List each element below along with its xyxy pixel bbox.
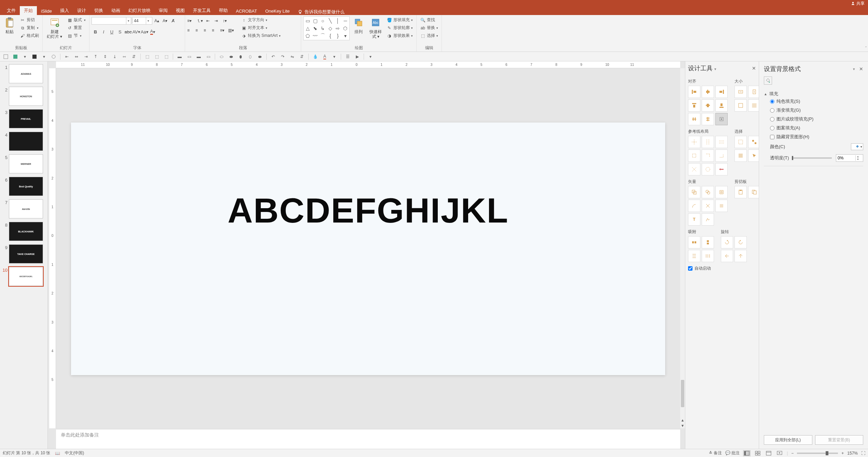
next-slide-button[interactable]: ▼ xyxy=(681,424,685,428)
tab-onekey[interactable]: OneKey Lite xyxy=(261,7,294,15)
ruler-horizontal[interactable]: 11 10 9 8 7 6 5 4 3 2 1 0 1 2 3 4 5 6 7 … xyxy=(56,61,680,68)
shape-curve-icon[interactable]: 〰 xyxy=(312,32,319,39)
shadow-button[interactable]: S xyxy=(116,28,124,35)
normal-view-button[interactable] xyxy=(743,450,751,456)
qat-merge-intersect[interactable]: ⬯ xyxy=(247,53,254,60)
select-btn-3[interactable] xyxy=(734,149,747,162)
slide-text-content[interactable]: ABCDEFGHIJKL xyxy=(227,191,508,231)
fill-section-toggle[interactable]: ▲填充 xyxy=(764,91,863,97)
tab-islide[interactable]: iSlide xyxy=(37,7,56,15)
size-btn-4[interactable] xyxy=(748,99,759,112)
tab-design[interactable]: 设计 xyxy=(73,6,90,15)
qat-btn-4[interactable] xyxy=(31,53,38,60)
tab-view[interactable]: 视图 xyxy=(172,6,189,15)
align-btn-2[interactable] xyxy=(702,86,714,98)
shape-rect-icon[interactable]: ▭ xyxy=(304,17,311,24)
select-btn-4[interactable] xyxy=(748,149,759,162)
thumb-10[interactable]: 10ABCDEFGHIJKL xyxy=(1,267,46,286)
shape-diamond-icon[interactable]: ◇ xyxy=(327,25,334,32)
tab-acrobat[interactable]: ACROBAT xyxy=(232,7,261,15)
align-btn-9[interactable] xyxy=(715,113,728,125)
share-button[interactable]: 共享 xyxy=(851,1,865,6)
guide-btn-1[interactable] xyxy=(688,136,700,148)
select-btn-2[interactable] xyxy=(748,136,759,148)
fill-color-picker[interactable]: ▾ xyxy=(851,143,863,150)
clip-btn-1[interactable] xyxy=(734,186,747,198)
layout-button[interactable]: ▦版式▾ xyxy=(66,16,87,24)
thumb-7[interactable]: 7Aarella xyxy=(1,199,46,218)
zoom-out-button[interactable]: − xyxy=(791,451,794,456)
shape-line2-icon[interactable]: │ xyxy=(334,17,341,24)
underline-button[interactable]: U xyxy=(108,28,115,35)
grow-font-button[interactable]: A▴ xyxy=(153,18,160,23)
absorb-btn-4[interactable] xyxy=(702,250,714,262)
language-indicator[interactable]: 中文(中国) xyxy=(65,450,84,456)
hide-bg-checkbox[interactable]: 隐藏背景图形(H) xyxy=(764,132,863,141)
new-slide-button[interactable]: 新建幻灯片 ▾ xyxy=(45,16,64,40)
qat-btn-5[interactable]: ▾ xyxy=(40,53,48,60)
guide-btn-4[interactable] xyxy=(688,149,700,162)
tab-home[interactable]: 开始 xyxy=(20,6,37,15)
align-btn-1[interactable] xyxy=(688,86,700,98)
tab-animations[interactable]: 动画 xyxy=(107,6,124,15)
align-btn-3[interactable] xyxy=(715,86,728,98)
rotate-btn-1[interactable] xyxy=(721,236,733,248)
chevron-down-icon[interactable]: ▾ xyxy=(853,67,855,71)
font-size-combo[interactable]: 44▾ xyxy=(132,17,152,25)
qat-align-left[interactable]: ⇤ xyxy=(63,53,71,60)
font-name-combo[interactable]: ▾ xyxy=(92,17,131,25)
align-right-button[interactable]: ≡ xyxy=(204,28,211,33)
shapes-gallery[interactable]: ▭▢○╲│─ △⬊↳◇⇨⬡ ⬠〰⌒{}▾ xyxy=(303,16,350,40)
decrease-indent-button[interactable]: ⇤ xyxy=(206,18,214,23)
tab-review[interactable]: 审阅 xyxy=(155,6,172,15)
shape-outline-button[interactable]: ✎形状轮廓▾ xyxy=(385,24,414,31)
size-btn-3[interactable] xyxy=(734,99,747,112)
qat-merge-subtract[interactable]: ⬬ xyxy=(256,53,264,60)
find-button[interactable]: 🔍查找 xyxy=(419,16,439,24)
qat-distribute-h[interactable]: ⇿ xyxy=(121,53,128,60)
shape-line3-icon[interactable]: ─ xyxy=(342,17,349,24)
shrink-font-button[interactable]: A▾ xyxy=(161,18,169,23)
italic-button[interactable]: I xyxy=(100,28,107,35)
align-btn-4[interactable] xyxy=(688,99,700,112)
paste-button[interactable]: 粘贴 xyxy=(2,16,17,35)
shape-effects-button[interactable]: ◑形状效果▾ xyxy=(385,32,414,39)
thumb-5[interactable]: 5MERNER xyxy=(1,154,46,173)
quick-styles-button[interactable]: Abc 快速样式 ▾ xyxy=(367,16,384,40)
bullets-button[interactable]: ≡▾ xyxy=(187,18,196,23)
zoom-in-button[interactable]: + xyxy=(841,451,844,456)
tab-slideshow[interactable]: 幻灯片放映 xyxy=(124,6,155,15)
shape-arrow-icon[interactable]: ⬊ xyxy=(312,25,319,32)
shape-arrow2-icon[interactable]: ⇨ xyxy=(334,25,341,32)
slideshow-view-button[interactable] xyxy=(776,450,783,456)
guide-btn-3[interactable] xyxy=(715,136,728,148)
reset-button[interactable]: ↺重置 xyxy=(66,24,87,31)
chevron-down-icon[interactable]: ▾ xyxy=(714,67,716,71)
reading-view-button[interactable] xyxy=(765,450,772,456)
qat-merge-union[interactable]: ⬭ xyxy=(218,53,225,60)
qat-flip-h[interactable]: ⇋ xyxy=(289,53,296,60)
qat-align-right[interactable]: ⇥ xyxy=(82,53,90,60)
thumb-8[interactable]: 8BLACKHAWK xyxy=(1,222,46,241)
notes-pane[interactable]: 单击此处添加备注 xyxy=(56,429,680,449)
picture-fill-radio[interactable]: 图片或纹理填充(P) xyxy=(764,115,863,124)
char-spacing-button[interactable]: AV▾ xyxy=(132,28,140,35)
qat-btn-2[interactable] xyxy=(12,53,19,60)
rotate-btn-3[interactable] xyxy=(721,250,733,262)
tab-file[interactable]: 文件 xyxy=(3,6,20,15)
spell-check-icon[interactable]: 📖 xyxy=(55,451,60,456)
qat-send-back[interactable]: ▭ xyxy=(185,53,193,60)
qat-animation-pane[interactable]: ▶ xyxy=(353,53,361,60)
guide-btn-9[interactable] xyxy=(715,163,728,175)
qat-eyedropper[interactable]: 💧 xyxy=(311,53,319,60)
thumb-6[interactable]: 6Best Quality xyxy=(1,177,46,196)
bold-button[interactable]: B xyxy=(92,28,99,35)
pattern-fill-radio[interactable]: 图案填充(A) xyxy=(764,124,863,132)
qat-btn-1[interactable] xyxy=(2,53,10,60)
thumb-4[interactable]: 4 xyxy=(1,132,46,151)
shape-elbow-icon[interactable]: ↳ xyxy=(319,25,326,32)
qat-flip-v[interactable]: ⇵ xyxy=(298,53,306,60)
increase-indent-button[interactable]: ⇥ xyxy=(214,18,222,23)
gradient-fill-radio[interactable]: 渐变填充(G) xyxy=(764,106,863,115)
shape-brace-icon[interactable]: { xyxy=(327,32,334,39)
